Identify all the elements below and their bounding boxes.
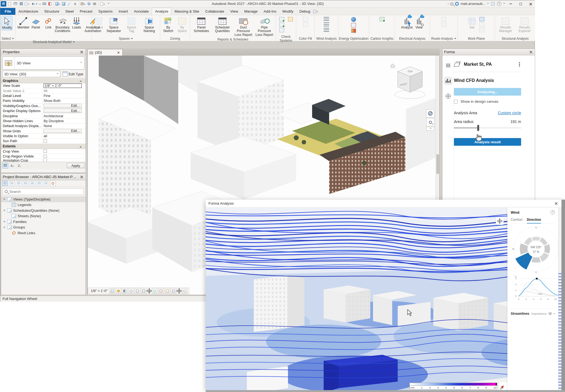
restore-button[interactable] bbox=[516, 1, 525, 7]
prop-row-sun-path[interactable]: Sun Path bbox=[1, 139, 86, 144]
loads-button[interactable]: Loads bbox=[71, 16, 82, 30]
zoom-button[interactable] bbox=[426, 118, 434, 126]
crop-region-visible-checkbox[interactable] bbox=[44, 155, 47, 158]
forma-analysis-close-icon[interactable] bbox=[554, 201, 558, 206]
show-in-design-canvas-row[interactable]: Show in design canvas bbox=[454, 99, 521, 104]
tree-item-sheets[interactable]: Sheets (None) bbox=[1, 213, 86, 219]
text-icon[interactable]: A bbox=[73, 1, 78, 6]
wind-direction-icon[interactable] bbox=[324, 28, 329, 32]
tree-item-legends[interactable]: Legends bbox=[1, 202, 86, 208]
slider-handle[interactable] bbox=[477, 125, 479, 131]
energy-settings-icon[interactable] bbox=[351, 28, 356, 33]
pipe-pressure-loss-report-button[interactable]: Pipe Pressure Loss Report bbox=[254, 16, 275, 37]
sort-ascending-icon[interactable]: A↓ bbox=[9, 163, 15, 168]
tab-structure[interactable]: Structure bbox=[41, 8, 62, 15]
default-3d-view-icon[interactable] bbox=[81, 1, 86, 6]
browser-search-input[interactable] bbox=[9, 190, 82, 194]
modify-button[interactable]: Modify bbox=[1, 16, 13, 30]
tab-collaborate[interactable]: Collaborate bbox=[202, 8, 227, 15]
app-store-cart-icon[interactable] bbox=[490, 1, 495, 6]
locate-button[interactable] bbox=[496, 217, 504, 225]
viewport-scrollbar-thumb[interactable] bbox=[436, 154, 439, 174]
group-label-electrical-analysis[interactable]: Electrical Analysis bbox=[395, 36, 430, 41]
sort-by-group-icon[interactable] bbox=[2, 163, 8, 168]
scale-button[interactable]: 1/8" = 1'-0" bbox=[90, 289, 109, 293]
group-label-energy-optimization[interactable]: Energy Optimization bbox=[338, 36, 369, 41]
browser-families-icon[interactable] bbox=[36, 181, 42, 186]
tab-direction[interactable]: Direction bbox=[527, 218, 541, 222]
wind-help-icon[interactable]: ? bbox=[550, 210, 555, 214]
undo-icon[interactable] bbox=[30, 1, 35, 6]
file-tabs-icon[interactable] bbox=[7, 1, 12, 6]
signed-in-user[interactable]: matt.arsenault... bbox=[461, 2, 485, 6]
group-label-check-systems[interactable]: Check Systems bbox=[276, 36, 296, 41]
navigation-wheel-button[interactable] bbox=[426, 109, 434, 118]
show-disconnects-warning-icon[interactable] bbox=[288, 17, 293, 21]
tab-precast[interactable]: Precast bbox=[77, 8, 95, 15]
browser-search-box[interactable] bbox=[3, 188, 84, 195]
measure-icon[interactable] bbox=[55, 1, 60, 6]
link-button[interactable]: Link bbox=[43, 16, 53, 30]
group-label-route-analysis[interactable]: Route Analysis bbox=[430, 36, 457, 41]
view-tab-close-icon[interactable] bbox=[117, 51, 120, 54]
custom-circle-link[interactable]: Custom circle bbox=[498, 111, 521, 115]
sun-path-checkbox[interactable] bbox=[44, 139, 47, 143]
worksharing-display-icon[interactable] bbox=[182, 288, 187, 294]
tab-manage[interactable]: Manage bbox=[241, 8, 261, 15]
tab-comfort[interactable]: Comfort bbox=[511, 218, 522, 222]
edit-type-button[interactable]: Edit Type bbox=[61, 71, 84, 77]
aligned-dimension-icon[interactable] bbox=[61, 1, 66, 6]
prop-row-graphic-display-options[interactable]: Graphic Display OptionsEdit... bbox=[1, 108, 86, 113]
save-icon[interactable] bbox=[19, 1, 24, 6]
group-label-structural-analysis[interactable]: Structural Analysis bbox=[495, 36, 535, 41]
analytical-model-icon[interactable] bbox=[165, 288, 170, 294]
group-label-color-fill[interactable]: Color Fill bbox=[296, 36, 315, 41]
section-icon[interactable] bbox=[86, 1, 91, 6]
vg-edit-button[interactable]: Edit... bbox=[44, 104, 82, 108]
duct-pressure-loss-report-button[interactable]: Duct Pressure Loss Report bbox=[233, 16, 254, 37]
prop-row-visible-in-option[interactable]: Visible In Optionall bbox=[1, 134, 86, 139]
prop-row-crop-region-visible[interactable]: Crop Region Visible bbox=[1, 154, 86, 159]
group-label-select[interactable]: Select bbox=[0, 36, 15, 41]
crop-view-icon[interactable] bbox=[135, 288, 140, 294]
properties-close-icon[interactable] bbox=[80, 50, 84, 54]
tree-item-views[interactable]: +Views (Type/Discipline) bbox=[1, 196, 86, 202]
show-crop-region-icon[interactable] bbox=[141, 288, 146, 294]
qat-customize-icon[interactable] bbox=[106, 1, 111, 6]
tab-annotate[interactable]: Annotate bbox=[131, 8, 152, 15]
collapse-search-icon[interactable]: ‹ bbox=[448, 2, 449, 6]
forma-menu-icon[interactable] bbox=[444, 61, 452, 70]
tree-item-revit-links[interactable]: Revit Links bbox=[1, 230, 86, 236]
type-selector[interactable]: 3D View bbox=[2, 56, 84, 70]
search-icon[interactable] bbox=[450, 2, 453, 5]
project-browser-close-icon[interactable] bbox=[80, 175, 84, 179]
group-label-wind-analysis[interactable]: Wind Analysis bbox=[315, 36, 338, 41]
unlocked-view-icon[interactable] bbox=[147, 289, 151, 293]
visibility-eye-icon[interactable] bbox=[548, 312, 552, 315]
streamlines-row[interactable]: Streamlines Importance › bbox=[511, 308, 555, 316]
analysis-result-button[interactable]: Analysis result bbox=[454, 138, 521, 146]
browser-home-icon[interactable] bbox=[2, 181, 8, 186]
wind-study-icon[interactable] bbox=[324, 17, 329, 21]
help-caret-icon[interactable] bbox=[503, 3, 505, 5]
apply-button[interactable]: Apply bbox=[67, 163, 84, 168]
user-menu-caret-icon[interactable] bbox=[487, 3, 489, 5]
forma-analysis-titlebar[interactable]: Forma Analysis bbox=[206, 200, 565, 207]
view-tab-3d[interactable]: {3D} bbox=[87, 49, 123, 56]
thin-lines-icon[interactable] bbox=[92, 1, 97, 6]
panel-schedules-button[interactable]: Panel Schedules bbox=[191, 16, 212, 34]
tab-debug[interactable]: Debug bbox=[296, 8, 313, 15]
carbon-insights-icon[interactable] bbox=[380, 17, 385, 21]
by-sketch-button[interactable]: By Sketch bbox=[161, 16, 175, 34]
browser-groups-icon[interactable] bbox=[43, 181, 49, 186]
project-menu-kebab-icon[interactable] bbox=[519, 64, 520, 65]
prop-row-visibility-graphics[interactable]: Visibility/Graphics Ove...Edit... bbox=[1, 104, 86, 108]
wind-comfort-icon[interactable] bbox=[324, 22, 329, 27]
forma-analysis-icon[interactable] bbox=[444, 77, 452, 85]
sort-descending-icon[interactable]: Z↓ bbox=[16, 163, 22, 168]
prop-row-annotation-crop[interactable]: Annotation Crop bbox=[1, 159, 86, 162]
group-label-zoning[interactable]: Zoning bbox=[160, 36, 190, 41]
tab-insert[interactable]: Insert bbox=[115, 8, 131, 15]
tree-item-schedules[interactable]: +Schedules/Quantities (None) bbox=[1, 208, 86, 213]
model-line-icon[interactable] bbox=[67, 1, 72, 6]
